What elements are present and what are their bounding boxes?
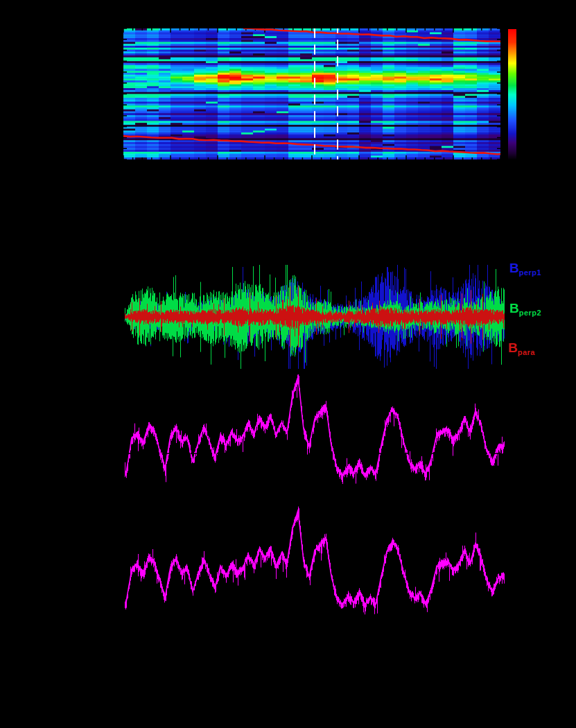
legend-bperp2-sub: perp2 [519,309,541,317]
legend-bperp2: Bperp2 [509,302,541,317]
legend-bperp1: Bperp1 [509,261,541,277]
waveform-panel [125,265,505,369]
legend-bpara: Bpara [508,341,535,356]
legend-bpara-sub: para [518,348,535,356]
magnitude-panel-lower [125,503,505,615]
legend-bperp2-base: B [509,301,519,315]
legend-bperp1-base: B [509,261,519,275]
magnitude-panel-upper [125,374,505,484]
legend-bpara-base: B [508,340,518,355]
dynamic-spectrum-heatmap [123,28,500,159]
legend-bperp1-sub: perp1 [519,268,541,277]
colorbar [508,29,516,159]
figure: Bperp1 Bperp2 Bpara [0,0,576,728]
